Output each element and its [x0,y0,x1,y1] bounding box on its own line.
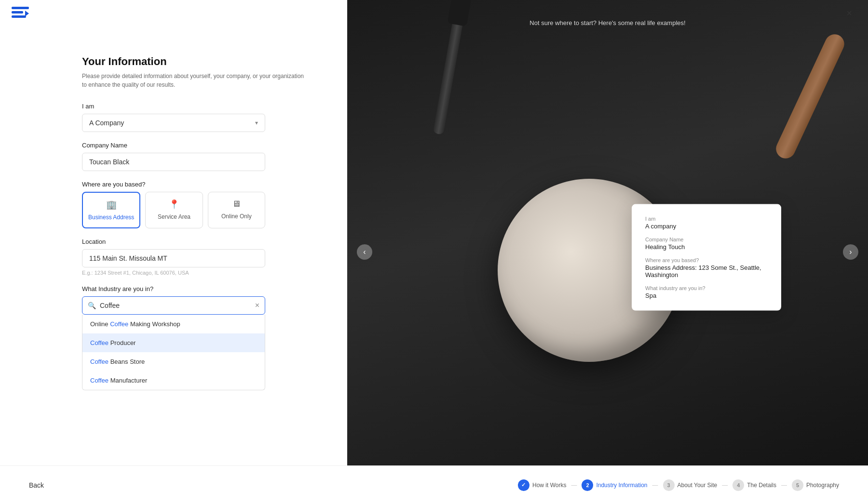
i-am-value: A Company [89,119,124,127]
back-button[interactable]: Back [29,481,44,489]
industry-search-wrap: 🔍 × Online Coffee Making Workshop Coffee… [82,296,265,315]
step-3: 3 About Your Site [663,479,718,491]
i-am-label: I am [82,103,309,110]
card-industry-label: What industry are you in? [645,285,768,291]
location-option-service[interactable]: 📍 Service Area [145,192,203,228]
industry-search-input[interactable] [82,296,265,315]
building-icon: 🏢 [106,199,117,210]
step-5-circle: 5 [792,479,803,491]
svg-rect-0 [12,7,29,9]
where-based-field: Where are you based? 🏢 Business Address … [82,181,309,228]
company-name-label: Company Name [82,142,309,149]
highlight-4: Coffee [90,377,108,384]
industry-label: What Industry are you in? [82,285,309,292]
location-option-service-label: Service Area [158,213,190,220]
industry-option-4[interactable]: Coffee Manufacturer [82,371,265,390]
steps-nav: ✓ How it Works — 2 Industry Information … [518,479,839,491]
step-sep-3: — [722,482,728,489]
location-input[interactable] [82,249,265,267]
card-company-value: Healing Touch [645,243,768,251]
step-sep-1: — [571,482,577,489]
step-2-label: Industry Information [596,482,647,489]
location-option-business[interactable]: 🏢 Business Address [82,192,140,228]
close-button[interactable]: × [842,6,856,21]
company-name-input[interactable] [82,153,265,171]
step-1-label: How it Works [532,482,566,489]
location-option-online[interactable]: 🖥 Online Only [208,192,265,228]
footer: Back ✓ How it Works — 2 Industry Informa… [0,465,868,504]
example-image: Not sure where to start? Here's some rea… [347,0,868,504]
page-description: Please provide detailed information abou… [82,72,309,89]
svg-marker-3 [25,11,29,16]
location-label: Location [82,238,309,245]
location-option-online-label: Online Only [221,213,252,220]
step-5: 5 Photography [792,479,839,491]
location-hint: E.g.: 1234 Street #1, Chicago, IL 60076,… [82,270,265,276]
step-2: 2 Industry Information [582,479,647,491]
right-panel: Not sure where to start? Here's some rea… [347,0,868,504]
highlight-2: Coffee [90,339,108,346]
company-name-field: Company Name [82,142,309,171]
search-icon: 🔍 [88,302,96,309]
industry-dropdown: Online Coffee Making Workshop Coffee Pro… [82,315,265,390]
industry-field: What Industry are you in? 🔍 × Online Cof… [82,285,309,315]
location-options: 🏢 Business Address 📍 Service Area 🖥 Onli… [82,192,265,228]
where-based-label: Where are you based? [82,181,309,188]
logo [12,7,29,20]
card-i-am-label: I am [645,216,768,222]
monitor-icon: 🖥 [232,199,241,209]
info-card: I am A company Company Name Healing Touc… [632,204,781,311]
industry-option-3[interactable]: Coffee Beans Store [82,352,265,371]
carousel-next-button[interactable]: › [843,244,858,260]
i-am-select[interactable]: A Company ▾ [82,114,265,132]
highlight-1: Coffee [110,320,128,328]
location-option-business-label: Business Address [88,214,134,221]
i-am-field: I am A Company ▾ [82,103,309,132]
industry-option-1[interactable]: Online Coffee Making Workshop [82,315,265,333]
location-field: Location E.g.: 1234 Street #1, Chicago, … [82,238,309,276]
clear-search-icon[interactable]: × [255,301,259,310]
card-company-label: Company Name [645,237,768,242]
step-1-circle: ✓ [518,479,529,491]
card-industry-value: Spa [645,292,768,299]
pin-icon: 📍 [169,199,179,210]
card-where-label: Where are you based? [645,257,768,263]
step-sep-4: — [781,482,787,489]
step-sep-2: — [652,482,658,489]
svg-rect-1 [12,11,23,13]
highlight-3: Coffee [90,358,108,365]
header: × [0,0,868,27]
step-4-circle: 4 [732,479,744,491]
left-panel: Your Information Please provide detailed… [0,27,347,465]
step-3-circle: 3 [663,479,675,491]
step-4: 4 The Details [732,479,776,491]
industry-option-2[interactable]: Coffee Producer [82,333,265,352]
card-i-am-value: A company [645,223,768,230]
step-4-label: The Details [747,482,776,489]
carousel-prev-button[interactable]: ‹ [357,244,372,260]
svg-rect-2 [12,15,26,18]
step-2-circle: 2 [582,479,593,491]
step-3-label: About Your Site [678,482,718,489]
chevron-down-icon: ▾ [255,119,258,126]
step-5-label: Photography [806,482,839,489]
step-1: ✓ How it Works [518,479,566,491]
card-where-value: Business Address: 123 Some St., Seattle,… [645,264,768,279]
page-title: Your Information [82,55,309,68]
location-input-wrap: E.g.: 1234 Street #1, Chicago, IL 60076,… [82,249,265,276]
